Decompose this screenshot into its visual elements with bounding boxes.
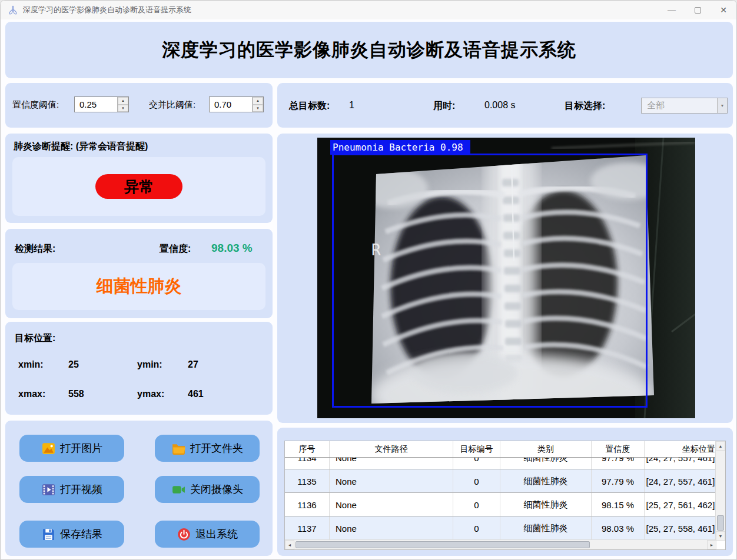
detection-label: Pneumonia Bacteria 0.98 xyxy=(330,140,470,155)
table-row[interactable]: 1134None0细菌性肺炎97.79 %[24, 27, 557, 461] xyxy=(285,458,725,469)
xray-image[interactable]: R Pneumonia Bacteria 0.98 xyxy=(317,138,695,418)
alert-panel: 肺炎诊断提醒: (异常会语音提醒) 异常 xyxy=(5,134,273,223)
column-header[interactable]: 类别 xyxy=(500,441,592,457)
ymin-label: ymin: xyxy=(137,359,162,370)
scroll-up-icon[interactable]: ▲ xyxy=(716,441,725,451)
disease-value: 细菌性肺炎 xyxy=(97,275,182,298)
detection-bbox xyxy=(332,154,648,408)
exit-system-button[interactable]: 退出系统 xyxy=(155,521,260,548)
horizontal-scrollbar[interactable]: ◄ ► xyxy=(285,539,716,549)
spin-down-icon[interactable]: ▼ xyxy=(118,105,128,112)
table-cell: 细菌性肺炎 xyxy=(500,469,592,493)
table-cell: 1135 xyxy=(285,469,330,493)
scroll-left-icon[interactable]: ◄ xyxy=(285,540,294,549)
app-window: 深度学习的医学影像肺炎自动诊断及语音提示系统 xyxy=(0,0,737,560)
table-body: 1134None0细菌性肺炎97.79 %[24, 27, 557, 461]1… xyxy=(285,458,725,540)
table-cell: [25, 27, 561, 462] xyxy=(645,493,716,516)
xmin-label: xmin: xyxy=(18,359,44,370)
table-cell: [24, 27, 557, 461] xyxy=(645,458,716,469)
open-image-button[interactable]: 打开图片 xyxy=(19,435,124,462)
close-button[interactable]: ✕ xyxy=(711,1,736,19)
video-icon xyxy=(41,482,56,497)
column-header[interactable]: 置信度 xyxy=(592,441,645,457)
result-box: 细菌性肺炎 xyxy=(12,263,265,310)
window-title: 深度学习的医学影像肺炎自动诊断及语音提示系统 xyxy=(23,5,191,15)
page-title: 深度学习的医学影像肺炎自动诊断及语音提示系统 xyxy=(162,38,576,62)
horizontal-scroll-thumb[interactable] xyxy=(296,541,590,548)
title-bar: 深度学习的医学影像肺炎自动诊断及语音提示系统 xyxy=(1,1,736,19)
table-cell: 0 xyxy=(453,469,500,493)
table-cell: [24, 27, 557, 461] xyxy=(645,469,716,493)
result-panel: 检测结果: 置信度: 98.03 % 细菌性肺炎 xyxy=(5,229,273,318)
vertical-scroll-thumb[interactable] xyxy=(717,515,724,531)
target-select-dropdown[interactable]: 全部 ▼ xyxy=(641,98,728,114)
iou-threshold-stepper[interactable]: ▲ ▼ xyxy=(252,97,263,112)
table-cell: 0 xyxy=(453,493,500,516)
column-header[interactable]: 坐标位置 xyxy=(645,441,716,457)
position-panel: 目标位置: xmin: 25 ymin: 27 xmax: 558 ymax: … xyxy=(5,322,273,415)
table-cell: None xyxy=(330,516,453,540)
power-icon xyxy=(177,527,191,542)
button-label: 关闭摄像头 xyxy=(190,482,243,496)
viewer-panel: R Pneumonia Bacteria 0.98 xyxy=(277,134,733,423)
scroll-down-icon[interactable]: ▼ xyxy=(716,531,725,541)
conf-threshold-spinner[interactable]: 0.25 ▲ ▼ xyxy=(74,96,129,112)
save-results-button[interactable]: 保存结果 xyxy=(19,521,124,548)
table-cell: 0 xyxy=(453,516,500,540)
lungs-icon xyxy=(8,5,18,15)
table-cell: None xyxy=(330,469,453,493)
minimize-button[interactable]: — xyxy=(659,1,685,19)
scroll-right-icon[interactable]: ► xyxy=(707,540,716,549)
maximize-icon xyxy=(695,7,701,14)
results-table-panel: 序号文件路径目标编号类别置信度坐标位置 1134None0细菌性肺炎97.79 … xyxy=(277,428,733,556)
open-video-button[interactable]: 打开视频 xyxy=(19,476,124,503)
threshold-panel: 置信度阈值: 0.25 ▲ ▼ 交并比阈值: 0.70 ▲ ▼ xyxy=(5,83,273,128)
spin-up-icon[interactable]: ▲ xyxy=(253,97,263,105)
table-row[interactable]: 1135None0细菌性肺炎97.79 %[24, 27, 557, 461] xyxy=(285,469,725,493)
spin-up-icon[interactable]: ▲ xyxy=(118,97,128,105)
confidence-value: 98.03 % xyxy=(211,242,253,255)
alert-box: 异常 xyxy=(12,157,265,216)
open-folder-button[interactable]: 打开文件夹 xyxy=(155,435,260,462)
table-row[interactable]: 1137None0细菌性肺炎98.03 %[25, 27, 558, 461] xyxy=(285,516,725,540)
total-targets-label: 总目标数: xyxy=(289,100,330,112)
iou-threshold-label: 交并比阈值: xyxy=(149,99,195,111)
table-cell: 细菌性肺炎 xyxy=(500,516,592,540)
table-cell: None xyxy=(330,458,453,469)
conf-threshold-stepper[interactable]: ▲ ▼ xyxy=(117,97,128,112)
conf-threshold-value: 0.25 xyxy=(75,99,117,109)
spin-down-icon[interactable]: ▼ xyxy=(253,105,263,112)
xmin-value: 25 xyxy=(68,359,79,370)
maximize-button[interactable] xyxy=(685,1,711,19)
window-controls: — ✕ xyxy=(659,1,736,19)
chevron-down-icon[interactable]: ▼ xyxy=(717,98,727,113)
table-cell: 1137 xyxy=(285,516,330,540)
table-cell: [25, 27, 558, 461] xyxy=(645,516,716,540)
header-banner: 深度学习的医学影像肺炎自动诊断及语音提示系统 xyxy=(5,22,733,78)
button-label: 保存结果 xyxy=(60,527,102,541)
stats-panel: 总目标数: 1 用时: 0.008 s 目标选择: 全部 ▼ xyxy=(277,83,733,128)
close-camera-button[interactable]: 关闭摄像头 xyxy=(155,476,260,503)
alert-label: 肺炎诊断提醒: (异常会语音提醒) xyxy=(14,141,148,153)
actions-panel: 打开图片 打开文件夹 打开视频 xyxy=(5,421,273,556)
xmax-label: xmax: xyxy=(18,389,45,399)
column-header[interactable]: 文件路径 xyxy=(330,441,453,457)
save-icon xyxy=(41,527,56,542)
table-row[interactable]: 1136None0细菌性肺炎98.15 %[25, 27, 561, 462] xyxy=(285,493,725,516)
table-cell: 98.15 % xyxy=(592,493,645,516)
target-select-value: 全部 xyxy=(642,100,717,111)
vertical-scrollbar[interactable]: ▲ ▼ xyxy=(715,441,725,541)
column-header[interactable]: 序号 xyxy=(285,441,330,457)
xmax-value: 558 xyxy=(68,389,84,399)
confidence-label: 置信度: xyxy=(160,243,191,255)
iou-threshold-spinner[interactable]: 0.70 ▲ ▼ xyxy=(209,96,264,112)
image-icon xyxy=(41,441,56,456)
table-cell: None xyxy=(330,493,453,516)
result-label: 检测结果: xyxy=(15,243,55,255)
elapsed-time-label: 用时: xyxy=(433,100,455,112)
table-cell: 98.03 % xyxy=(592,516,645,540)
button-label: 打开文件夹 xyxy=(190,441,243,455)
column-header[interactable]: 目标编号 xyxy=(453,441,500,457)
camera-icon xyxy=(171,482,186,497)
table-cell: 细菌性肺炎 xyxy=(500,493,592,516)
